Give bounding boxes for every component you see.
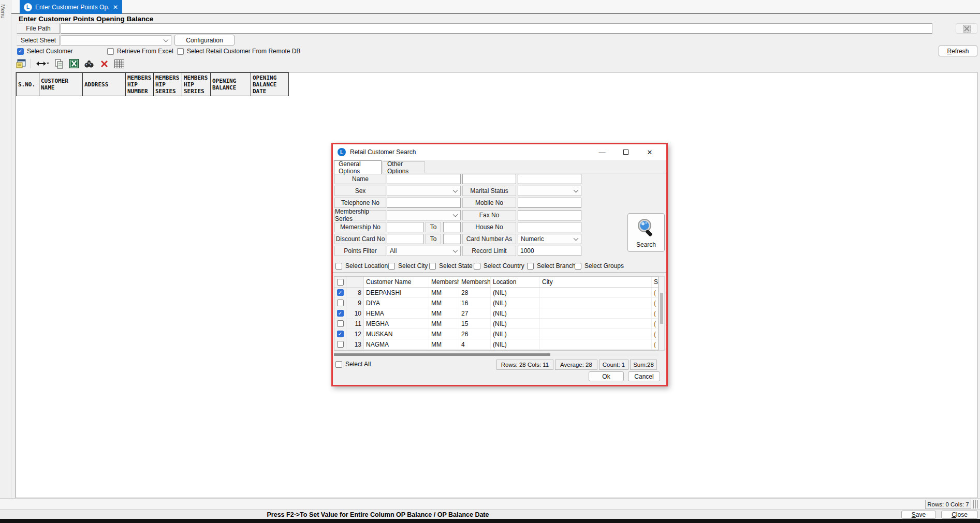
ok-button[interactable]: Ok [589,371,624,381]
tab-close-icon[interactable]: ✕ [113,4,118,11]
memership-no-from-input[interactable] [387,222,423,232]
select-state-checkbox[interactable] [429,263,436,270]
record-limit-input[interactable] [518,246,581,256]
discount-card-from-input[interactable] [387,234,423,244]
row-checkbox[interactable] [337,341,344,348]
card-number-as-dropdown[interactable]: Numeric [518,234,581,244]
points-filter-dropdown[interactable]: All [387,246,461,256]
tab-general-options[interactable]: General Options [334,160,382,174]
maximize-button[interactable] [617,144,635,160]
header-city[interactable]: City [540,277,652,287]
refresh-button[interactable]: Refresh [939,46,977,56]
cell-city [540,339,652,349]
name-extra-input-2[interactable] [518,174,581,184]
horizontal-scrollbar-thumb[interactable] [334,353,550,356]
close-dialog-button[interactable]: ✕ [641,144,659,160]
dialog-titlebar[interactable]: L Retail Customer Search [333,144,666,160]
row-checkbox[interactable] [337,320,344,327]
header-location[interactable]: Location [491,277,540,287]
membership-series-dropdown[interactable] [387,210,461,220]
mobile-input[interactable] [518,198,581,208]
table-row[interactable]: 11 MEGHA MM 15 (NIL) ( [334,319,658,329]
minimize-button[interactable]: — [593,144,611,160]
table-row[interactable]: 13 NAGMA MM 4 (NIL) ( [334,339,658,350]
select-remote-db-label: Select Retail Customer From Remote DB [187,48,300,55]
table-row[interactable]: 10 HEMA MM 27 (NIL) ( [334,308,658,319]
fax-input[interactable] [518,210,581,220]
points-filter-value: All [390,247,397,255]
col-opening-balance-date[interactable]: OPENING BALANCE DATE [251,72,289,96]
cancel-button[interactable]: Cancel [628,371,660,381]
select-all-checkbox[interactable] [335,361,342,368]
table-row[interactable]: 12 MUSKAN MM 26 (NIL) ( [334,329,658,339]
configuration-button-label: Configuration [186,37,223,44]
excel-icon[interactable] [69,58,79,69]
select-remote-db-checkbox[interactable] [177,48,184,55]
find-icon[interactable] [84,58,94,69]
copy-icon[interactable] [54,58,64,69]
results-header-row: Customer Name Membership Membership Loca… [334,277,658,288]
row-checkbox[interactable] [337,289,344,296]
vertical-scrollbar-thumb[interactable] [660,293,663,324]
select-groups-checkbox[interactable] [575,263,581,270]
discount-card-to-input[interactable] [443,234,461,244]
cell-membership-1: MM [429,339,459,349]
configuration-button[interactable]: Configuration [174,35,235,46]
form-icon[interactable] [16,58,26,69]
memership-no-to-input[interactable] [443,222,461,232]
select-sheet-dropdown[interactable] [61,35,171,46]
chevron-down-icon [453,212,458,217]
column-resize-icon[interactable] [36,58,49,69]
delete-icon[interactable] [99,58,109,69]
select-country-checkbox[interactable] [474,263,480,270]
row-checkbox[interactable] [337,310,344,317]
row-checkbox[interactable] [337,331,344,337]
select-branch-checkbox[interactable] [527,263,534,270]
select-all-header-checkbox[interactable] [337,279,344,286]
save-button[interactable]: Save [901,511,936,519]
cell-state-partial: ( [652,339,658,349]
maximize-icon [623,150,628,155]
col-sno[interactable]: S.NO. [16,72,39,96]
header-membership-2[interactable]: Membership [459,277,491,287]
table-row[interactable]: 8 DEEPANSHI MM 28 (NIL) ( [334,288,658,298]
sex-dropdown[interactable] [387,186,461,196]
grid-icon[interactable] [114,58,124,69]
select-customer-checkbox[interactable] [17,48,24,55]
table-row[interactable]: 9 DIYA MM 16 (NIL) ( [334,298,658,308]
vertical-scrollbar[interactable] [659,276,665,351]
resize-grip[interactable] [973,500,979,509]
header-customer-name[interactable]: Customer Name [364,277,429,287]
row-number: 10 [346,308,364,318]
col-customer-name[interactable]: CUSTOMER NAME [39,72,83,96]
tab-other-options[interactable]: Other Options [383,161,425,173]
retrieve-from-excel-checkbox[interactable] [107,48,114,55]
name-input[interactable] [387,174,461,184]
tab-enter-customer-points[interactable]: L Enter Customer Points Op... ✕ [20,0,122,14]
marital-status-dropdown[interactable] [518,186,581,196]
cell-location: (NIL) [491,329,540,339]
header-state-partial[interactable]: S [652,277,658,287]
telephone-input[interactable] [387,198,461,208]
col-address[interactable]: ADDRESS [83,72,126,96]
select-location-checkbox[interactable] [335,263,342,270]
menu-sidebar-strip[interactable]: Menu [0,0,11,498]
search-button[interactable]: Search [627,213,665,252]
cell-state-partial: ( [652,298,658,308]
col-membership-series-2[interactable]: MEMBERS HIP SERIES [182,72,211,96]
col-opening-balance[interactable]: OPENING BALANCE [211,72,251,96]
select-all-label: Select All [345,361,371,368]
file-path-input[interactable] [61,23,932,34]
col-membership-number[interactable]: MEMBERS HIP NUMBER [126,72,154,96]
name-extra-input-1[interactable] [462,174,516,184]
row-checkbox[interactable] [337,300,344,306]
horizontal-scrollbar[interactable] [334,353,659,356]
col-membership-series-1[interactable]: MEMBERS HIP SERIES [154,72,182,96]
select-city-checkbox[interactable] [388,263,395,270]
browse-excel-button[interactable] [956,23,977,34]
house-no-input[interactable] [518,222,581,232]
close-button[interactable]: Close [941,511,978,519]
chevron-down-icon [453,248,458,253]
cell-membership-2: 26 [459,329,491,339]
header-membership-1[interactable]: Membership [429,277,459,287]
